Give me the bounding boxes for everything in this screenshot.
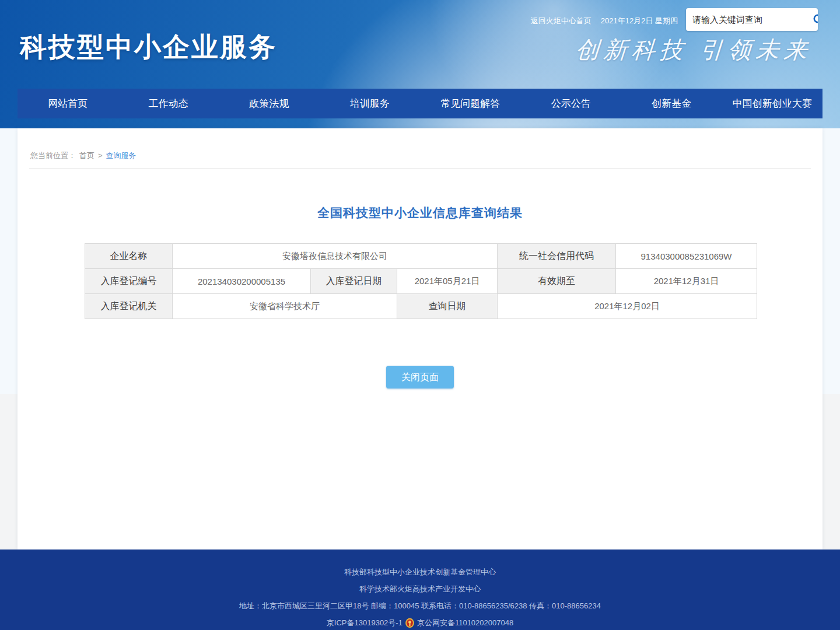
result-table: 企业名称 安徽塔孜信息技术有限公司 统一社会信用代码 9134030008523… xyxy=(85,243,757,319)
field-label-valid-until: 有效期至 xyxy=(498,269,616,294)
breadcrumb-current-link[interactable]: 查询服务 xyxy=(106,151,136,160)
content-panel: 您当前位置：首页>查询服务 全国科技型中小企业信息库查询结果 企业名称 安徽塔孜… xyxy=(18,128,822,550)
field-label-registration-authority: 入库登记机关 xyxy=(85,294,173,319)
field-value-registration-number: 202134030200005135 xyxy=(173,269,311,294)
footer-line-address: 地址：北京市西城区三里河二区甲18号 邮编：100045 联系电话：010-88… xyxy=(0,597,840,614)
site-title: 科技型中小企业服务 xyxy=(20,29,277,65)
field-label-registration-number: 入库登记编号 xyxy=(85,269,173,294)
field-value-registration-date: 2021年05月21日 xyxy=(397,269,498,294)
police-record-link[interactable]: 京公网安备11010202007048 xyxy=(417,614,513,630)
search-input[interactable] xyxy=(686,8,812,31)
breadcrumb-prefix: 您当前位置： xyxy=(30,151,76,160)
table-row: 入库登记编号 202134030200005135 入库登记日期 2021年05… xyxy=(85,269,757,294)
footer-icp-row: 京ICP备13019302号-1 京公网安备11010202007048 xyxy=(0,614,840,630)
field-value-company-name: 安徽塔孜信息技术有限公司 xyxy=(173,244,498,269)
page-title: 全国科技型中小企业信息库查询结果 xyxy=(18,205,822,221)
nav-item-faq[interactable]: 常见问题解答 xyxy=(420,89,521,118)
search-box xyxy=(686,8,818,31)
footer-line-torch-center: 科学技术部火炬高技术产业开发中心 xyxy=(0,580,840,597)
current-date: 2021年12月2日 星期四 xyxy=(601,16,678,25)
field-value-credit-code: 91340300085231069W xyxy=(616,244,757,269)
breadcrumb: 您当前位置：首页>查询服务 xyxy=(18,128,822,168)
field-value-valid-until: 2021年12月31日 xyxy=(616,269,757,294)
header-banner: 科技型中小企业服务 返回火炬中心首页2021年12月2日 星期四 创新科技 引领… xyxy=(0,0,840,128)
torch-home-link[interactable]: 返回火炬中心首页 xyxy=(531,16,592,25)
result-table-wrap: 企业名称 安徽塔孜信息技术有限公司 统一社会信用代码 9134030008523… xyxy=(85,243,822,319)
field-value-query-date: 2021年12月02日 xyxy=(498,294,757,319)
nav-item-notice[interactable]: 公示公告 xyxy=(521,89,622,118)
table-row: 入库登记机关 安徽省科学技术厅 查询日期 2021年12月02日 xyxy=(85,294,757,319)
icp-record-link[interactable]: 京ICP备13019302号-1 xyxy=(327,614,402,630)
search-icon xyxy=(812,13,818,27)
search-button[interactable] xyxy=(812,8,818,31)
nav-item-home[interactable]: 网站首页 xyxy=(18,89,118,118)
police-badge-icon xyxy=(405,618,415,628)
nav-item-contest[interactable]: 中国创新创业大赛 xyxy=(722,89,823,118)
field-value-registration-authority: 安徽省科学技术厅 xyxy=(173,294,397,319)
breadcrumb-separator: > xyxy=(98,151,103,160)
field-label-registration-date: 入库登记日期 xyxy=(311,269,397,294)
nav-item-fund[interactable]: 创新基金 xyxy=(621,89,722,118)
breadcrumb-home-link[interactable]: 首页 xyxy=(79,151,94,160)
header-top-links: 返回火炬中心首页2021年12月2日 星期四 xyxy=(531,16,678,26)
main-nav: 网站首页 工作动态 政策法规 培训服务 常见问题解答 公示公告 创新基金 中国创… xyxy=(18,89,822,118)
breadcrumb-divider xyxy=(29,168,811,169)
field-label-company-name: 企业名称 xyxy=(85,244,173,269)
slogan-text: 创新科技 引领未来 xyxy=(575,34,813,66)
page-footer: 科技部科技型中小企业技术创新基金管理中心 科学技术部火炬高技术产业开发中心 地址… xyxy=(0,550,840,630)
field-label-credit-code: 统一社会信用代码 xyxy=(498,244,616,269)
field-label-query-date: 查询日期 xyxy=(397,294,498,319)
footer-line-fund-center: 科技部科技型中小企业技术创新基金管理中心 xyxy=(0,564,840,580)
nav-item-news[interactable]: 工作动态 xyxy=(118,89,219,118)
close-page-button[interactable]: 关闭页面 xyxy=(386,366,454,388)
nav-item-policy[interactable]: 政策法规 xyxy=(219,89,320,118)
nav-item-training[interactable]: 培训服务 xyxy=(320,89,421,118)
button-row: 关闭页面 xyxy=(18,366,822,388)
table-row: 企业名称 安徽塔孜信息技术有限公司 统一社会信用代码 9134030008523… xyxy=(85,244,757,269)
